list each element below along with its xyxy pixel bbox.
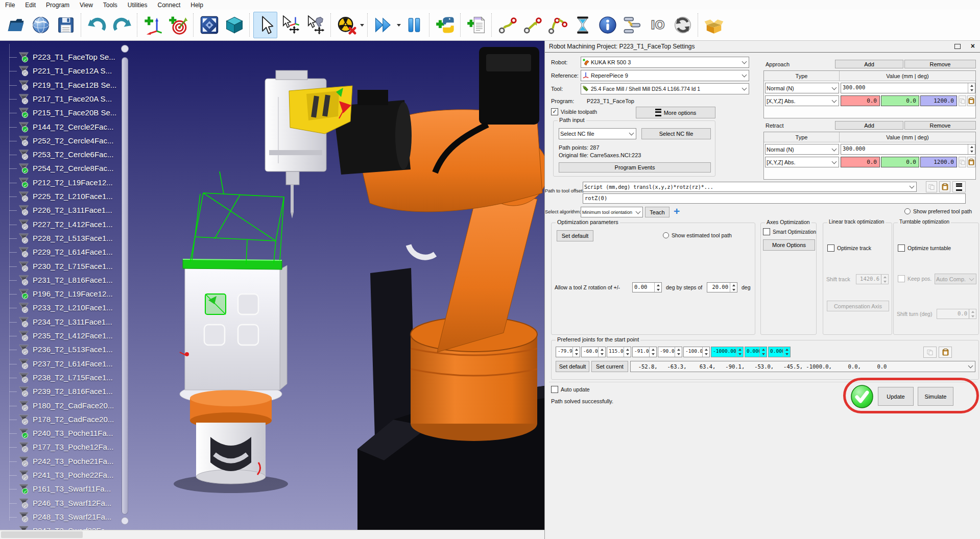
menu-utilities[interactable]: Utilities bbox=[123, 1, 153, 10]
optimize-turntable-checkbox[interactable]: Optimize turntable bbox=[898, 244, 951, 252]
algorithm-select[interactable]: Minimum tool orientation change bbox=[581, 207, 643, 217]
menu-help[interactable]: Help bbox=[185, 1, 208, 10]
axes-more-options-button[interactable]: More Options bbox=[763, 239, 815, 251]
program-events-button[interactable]: Program Events bbox=[559, 162, 711, 173]
approach-type2-select[interactable]: [X,Y,Z] Abs. bbox=[765, 95, 839, 106]
menu-file[interactable]: File bbox=[0, 1, 20, 10]
offset-menu-button[interactable] bbox=[952, 181, 966, 192]
approach-y-field[interactable]: 0.0 bbox=[881, 95, 919, 106]
show-estimated-radio[interactable]: Show estimated tool path bbox=[663, 232, 732, 238]
retract-value1-spin[interactable]: 300.000 bbox=[841, 144, 975, 155]
menu-view[interactable]: View bbox=[75, 1, 98, 10]
approach-add-button[interactable]: Add bbox=[835, 60, 903, 68]
restore-panel-icon[interactable] bbox=[954, 44, 961, 49]
isometric-view-button[interactable] bbox=[222, 12, 246, 38]
joint-7-spin[interactable]: -1000.0000 bbox=[711, 347, 744, 357]
joint-4-spin[interactable]: -91.0000 bbox=[632, 347, 657, 357]
save-station-button[interactable] bbox=[54, 12, 78, 38]
collision-dropdown-caret[interactable] bbox=[359, 12, 365, 38]
paste-icon[interactable] bbox=[967, 95, 975, 106]
pause-instruction-button[interactable] bbox=[570, 12, 594, 38]
set-io-instruction-button[interactable]: IO bbox=[646, 12, 670, 38]
retract-y-field[interactable]: 0.0 bbox=[881, 157, 919, 167]
scroll-down-knob[interactable] bbox=[121, 517, 129, 525]
add-python-program-button[interactable] bbox=[433, 12, 457, 38]
joint-5-spin[interactable]: -90.0000 bbox=[658, 347, 682, 357]
close-panel-icon[interactable]: × bbox=[971, 42, 975, 50]
retract-remove-button[interactable]: Remove bbox=[904, 121, 976, 130]
nc-file-select[interactable]: Select NC file bbox=[559, 128, 636, 139]
rotation-spin[interactable]: 0.00 bbox=[632, 282, 662, 292]
copy-icon[interactable] bbox=[959, 157, 966, 167]
approach-z-field[interactable]: 1200.0 bbox=[920, 95, 957, 106]
add-nc-program-button[interactable] bbox=[464, 12, 488, 38]
retract-type1-select[interactable]: Normal (N) bbox=[765, 144, 839, 155]
approach-remove-button[interactable]: Remove bbox=[904, 60, 976, 68]
set-default-button[interactable]: Set default bbox=[557, 230, 593, 241]
show-preferred-radio[interactable]: Show preferred tool path bbox=[904, 208, 972, 214]
sample-library-button[interactable] bbox=[702, 12, 726, 38]
undo-button[interactable] bbox=[85, 12, 109, 38]
menu-program[interactable]: Program bbox=[41, 1, 75, 10]
add-algorithm-icon[interactable]: + bbox=[674, 207, 680, 216]
joint-3-spin[interactable]: 115.0000 bbox=[607, 347, 631, 357]
move-joint-instruction-button[interactable] bbox=[495, 12, 519, 38]
retract-z-field[interactable]: 1200.0 bbox=[920, 157, 957, 167]
select-tool-button[interactable] bbox=[253, 12, 277, 38]
menu-connect[interactable]: Connect bbox=[153, 1, 186, 10]
retract-add-button[interactable]: Add bbox=[835, 121, 903, 130]
smart-optimization-checkbox[interactable]: Smart Optimization bbox=[763, 228, 816, 235]
offset-script-select[interactable]: Script (mm,deg) transl(x,y,z)*rotz(rz)*.… bbox=[583, 182, 917, 192]
auto-update-checkbox[interactable]: Auto update bbox=[551, 386, 590, 393]
paste-icon[interactable] bbox=[939, 347, 952, 358]
viewport-3d[interactable]: ✓P223_T1_FaceTop Se...✓P221_T1_Face12A S… bbox=[0, 41, 544, 530]
redo-button[interactable] bbox=[110, 12, 134, 38]
offset-value-input[interactable]: rotZ(0) bbox=[583, 193, 966, 204]
show-instruction-button[interactable] bbox=[595, 12, 619, 38]
robot-select[interactable]: KUKA KR 500 3 bbox=[581, 57, 749, 68]
hscroll-thumb[interactable] bbox=[1, 531, 83, 538]
horizontal-scrollbar[interactable] bbox=[0, 530, 544, 539]
add-reference-frame-button[interactable] bbox=[141, 12, 165, 38]
copy-icon[interactable] bbox=[926, 181, 937, 192]
retract-type2-select[interactable]: [X,Y,Z] Abs. bbox=[765, 157, 839, 167]
joint-6-spin[interactable]: -100.0000 bbox=[683, 347, 710, 357]
tool-select[interactable]: 25.4 Face Mill / Shell Mill D25.4 L166.7… bbox=[581, 83, 749, 94]
approach-type1-select[interactable]: Normal (N) bbox=[765, 83, 839, 93]
steps-spin[interactable]: 20.00 bbox=[707, 282, 737, 292]
joint-9-spin[interactable]: 0.0000 bbox=[768, 347, 791, 357]
open-project-button[interactable] bbox=[4, 12, 28, 38]
menu-edit[interactable]: Edit bbox=[20, 1, 41, 10]
check-collisions-button[interactable] bbox=[334, 12, 358, 38]
fit-view-button[interactable] bbox=[197, 12, 221, 38]
retract-x-field[interactable]: 0.0 bbox=[841, 157, 880, 167]
teach-button[interactable]: Teach bbox=[645, 207, 670, 217]
move-reference-button[interactable] bbox=[278, 12, 302, 38]
copy-icon[interactable] bbox=[923, 347, 937, 358]
approach-x-field[interactable]: 0.0 bbox=[841, 95, 880, 106]
joints-set-current-button[interactable]: Set current bbox=[591, 361, 628, 372]
reference-select[interactable]: ReperePiece 9 bbox=[581, 70, 749, 81]
program-call-instruction-button[interactable] bbox=[620, 12, 644, 38]
move-circular-instruction-button[interactable] bbox=[545, 12, 569, 38]
fast-simulation-button[interactable] bbox=[371, 12, 395, 38]
joint-1-spin[interactable]: -79.9800 bbox=[556, 347, 580, 357]
simulation-dropdown-caret[interactable] bbox=[396, 12, 401, 38]
add-target-button[interactable] bbox=[166, 12, 190, 38]
joints-set-default-button[interactable]: Set default bbox=[556, 361, 589, 372]
optimize-track-checkbox[interactable]: Optimize track bbox=[827, 244, 871, 252]
visible-toolpath-checkbox[interactable]: ✓Visible toolpath bbox=[551, 108, 597, 115]
move-tool-button[interactable] bbox=[303, 12, 327, 38]
approach-value1-spin[interactable]: 300.000 bbox=[841, 83, 975, 93]
tree-scrollbar[interactable] bbox=[121, 45, 129, 526]
paste-icon[interactable] bbox=[939, 181, 950, 192]
joint-8-spin[interactable]: 0.0000 bbox=[745, 347, 767, 357]
update-program-button[interactable] bbox=[671, 12, 695, 38]
joint-2-spin[interactable]: -60.0000 bbox=[581, 347, 606, 357]
copy-icon[interactable] bbox=[959, 95, 966, 106]
current-joints-select[interactable]: -52.8, -63.3, 63.4, -90.1, -53.0, -45.5,… bbox=[630, 361, 975, 372]
scroll-thumb[interactable] bbox=[122, 57, 128, 514]
more-options-button[interactable]: More options bbox=[636, 107, 715, 118]
menu-tools[interactable]: Tools bbox=[98, 1, 123, 10]
scroll-up-knob[interactable] bbox=[121, 45, 129, 53]
